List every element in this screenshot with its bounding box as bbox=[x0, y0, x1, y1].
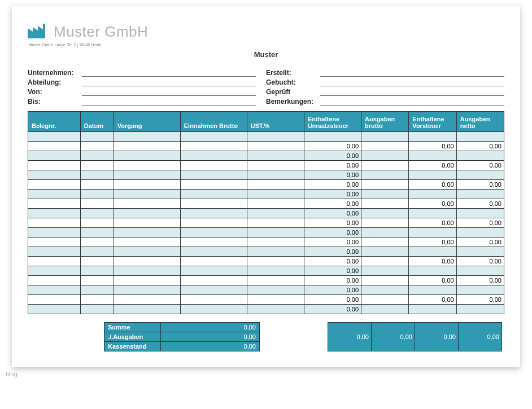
table-cell[interactable] bbox=[80, 228, 114, 238]
table-cell[interactable] bbox=[28, 142, 81, 151]
table-cell[interactable]: 0,00 bbox=[456, 142, 504, 151]
table-cell[interactable] bbox=[28, 295, 81, 305]
table-cell[interactable] bbox=[247, 257, 304, 266]
meta-input-line[interactable] bbox=[320, 98, 504, 105]
table-cell[interactable] bbox=[80, 266, 114, 276]
meta-input-line[interactable] bbox=[82, 69, 256, 77]
table-cell[interactable] bbox=[456, 247, 504, 257]
meta-input-line[interactable] bbox=[82, 98, 256, 105]
table-cell[interactable] bbox=[28, 199, 81, 209]
table-cell[interactable] bbox=[80, 305, 114, 314]
table-cell[interactable] bbox=[361, 199, 409, 209]
table-cell[interactable] bbox=[80, 238, 114, 247]
table-cell[interactable] bbox=[304, 132, 361, 142]
table-cell[interactable] bbox=[180, 285, 247, 295]
table-cell[interactable] bbox=[247, 228, 304, 238]
table-cell[interactable] bbox=[247, 218, 304, 228]
table-cell[interactable] bbox=[114, 228, 180, 238]
table-cell[interactable] bbox=[180, 170, 247, 180]
table-cell[interactable] bbox=[361, 266, 409, 276]
table-cell[interactable] bbox=[114, 305, 180, 314]
table-cell[interactable]: 0,00 bbox=[304, 247, 361, 257]
table-cell[interactable] bbox=[80, 190, 114, 199]
table-cell[interactable]: 0,00 bbox=[456, 161, 504, 170]
table-cell[interactable] bbox=[114, 238, 180, 247]
table-cell[interactable] bbox=[180, 132, 247, 142]
table-cell[interactable] bbox=[28, 285, 81, 295]
table-cell[interactable] bbox=[247, 285, 304, 295]
table-cell[interactable] bbox=[456, 285, 504, 295]
table-cell[interactable] bbox=[456, 228, 504, 238]
table-cell[interactable] bbox=[361, 285, 409, 295]
table-cell[interactable] bbox=[456, 151, 504, 161]
table-cell[interactable] bbox=[180, 218, 247, 228]
table-cell[interactable]: 0,00 bbox=[304, 199, 361, 209]
table-cell[interactable] bbox=[180, 266, 247, 276]
table-cell[interactable] bbox=[114, 285, 180, 295]
table-cell[interactable] bbox=[80, 247, 114, 257]
table-cell[interactable] bbox=[114, 132, 180, 142]
table-cell[interactable] bbox=[247, 170, 304, 180]
table-cell[interactable]: 0,00 bbox=[456, 218, 504, 228]
table-cell[interactable] bbox=[180, 161, 247, 170]
table-cell[interactable] bbox=[180, 228, 247, 238]
table-cell[interactable]: 0,00 bbox=[409, 142, 456, 151]
table-cell[interactable] bbox=[409, 209, 456, 218]
table-cell[interactable] bbox=[247, 151, 304, 161]
table-cell[interactable] bbox=[409, 170, 456, 180]
table-cell[interactable] bbox=[80, 257, 114, 266]
table-cell[interactable] bbox=[361, 295, 409, 305]
table-cell[interactable] bbox=[28, 218, 81, 228]
table-cell[interactable] bbox=[180, 238, 247, 247]
table-cell[interactable]: 0,00 bbox=[304, 180, 361, 190]
table-cell[interactable]: 0,00 bbox=[304, 238, 361, 247]
table-cell[interactable] bbox=[114, 161, 180, 170]
table-cell[interactable]: 0,00 bbox=[456, 238, 504, 247]
meta-input-line[interactable] bbox=[320, 69, 504, 77]
table-cell[interactable] bbox=[247, 180, 304, 190]
table-cell[interactable] bbox=[180, 295, 247, 305]
table-cell[interactable] bbox=[80, 276, 114, 285]
table-cell[interactable] bbox=[114, 190, 180, 199]
table-cell[interactable]: 0,00 bbox=[304, 266, 361, 276]
table-cell[interactable] bbox=[247, 305, 304, 314]
table-cell[interactable]: 0,00 bbox=[409, 276, 456, 285]
table-cell[interactable] bbox=[247, 209, 304, 218]
table-cell[interactable] bbox=[180, 305, 247, 314]
table-cell[interactable] bbox=[28, 190, 81, 199]
table-cell[interactable] bbox=[456, 170, 504, 180]
table-cell[interactable] bbox=[114, 247, 180, 257]
meta-input-line[interactable] bbox=[82, 78, 256, 86]
table-cell[interactable]: 0,00 bbox=[456, 180, 504, 190]
table-cell[interactable] bbox=[409, 305, 456, 314]
table-cell[interactable] bbox=[247, 238, 304, 247]
table-cell[interactable]: 0,00 bbox=[304, 190, 361, 199]
table-cell[interactable]: 0,00 bbox=[304, 257, 361, 266]
table-cell[interactable] bbox=[114, 151, 180, 161]
table-cell[interactable] bbox=[28, 238, 81, 247]
table-cell[interactable] bbox=[456, 209, 504, 218]
table-cell[interactable] bbox=[28, 151, 81, 161]
table-cell[interactable]: 0,00 bbox=[304, 218, 361, 228]
table-cell[interactable] bbox=[409, 151, 456, 161]
table-cell[interactable] bbox=[28, 209, 81, 218]
table-cell[interactable]: 0,00 bbox=[304, 151, 361, 161]
table-cell[interactable] bbox=[114, 142, 180, 151]
table-cell[interactable] bbox=[409, 247, 456, 257]
table-cell[interactable] bbox=[28, 305, 81, 314]
table-cell[interactable]: 0,00 bbox=[304, 305, 361, 314]
table-cell[interactable] bbox=[28, 132, 81, 142]
table-cell[interactable] bbox=[361, 170, 409, 180]
table-cell[interactable] bbox=[80, 209, 114, 218]
table-cell[interactable] bbox=[180, 257, 247, 266]
table-cell[interactable]: 0,00 bbox=[304, 170, 361, 180]
table-cell[interactable]: 0,00 bbox=[456, 295, 504, 305]
table-cell[interactable]: 0,00 bbox=[409, 295, 456, 305]
table-cell[interactable]: 0,00 bbox=[304, 142, 361, 151]
table-cell[interactable]: 0,00 bbox=[304, 276, 361, 285]
table-cell[interactable] bbox=[80, 170, 114, 180]
table-cell[interactable] bbox=[409, 285, 456, 295]
table-cell[interactable] bbox=[180, 199, 247, 209]
table-cell[interactable] bbox=[80, 285, 114, 295]
table-cell[interactable] bbox=[180, 190, 247, 199]
